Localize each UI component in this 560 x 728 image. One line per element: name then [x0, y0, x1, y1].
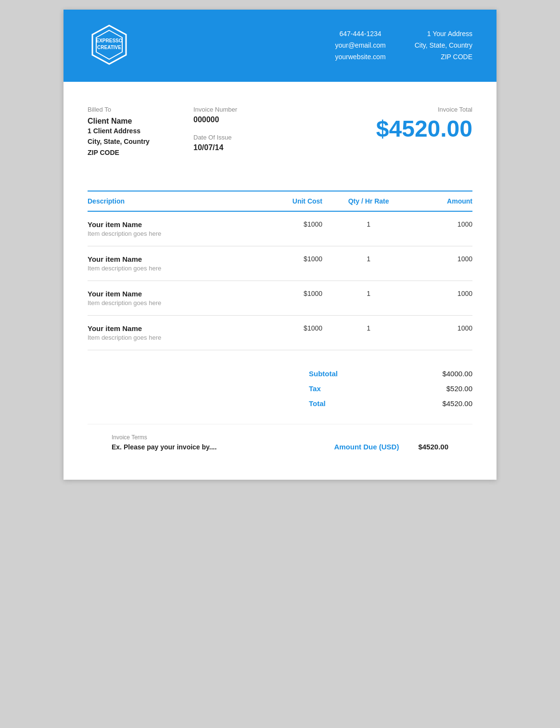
svg-text:EXPRESSO: EXPRESSO — [96, 38, 122, 43]
client-city: City, State, Country — [88, 136, 193, 147]
total-value: $4520.00 — [442, 399, 472, 408]
table-row: Your item Name Item description goes her… — [88, 281, 472, 316]
header-phone: 647-444-1234 — [335, 28, 385, 40]
invoice-date: 10/07/14 — [193, 143, 290, 152]
item-qty-1: 1 — [322, 246, 415, 281]
header-zip: ZIP CODE — [415, 51, 472, 63]
client-zip: ZIP CODE — [88, 147, 193, 158]
invoice-total-area: Invoice Total $4520.00 — [376, 106, 472, 142]
table-section: Description Unit Cost Qty / Hr Rate Amou… — [64, 191, 496, 350]
header-contact: 647-444-1234 your@email.com yourwebsite.… — [335, 28, 385, 63]
table-header: Description Unit Cost Qty / Hr Rate Amou… — [88, 191, 472, 211]
invoice-total-label: Invoice Total — [376, 106, 472, 113]
billed-to: Billed To Client Name 1 Client Address C… — [88, 106, 193, 158]
invoice-total-amount: $4520.00 — [376, 115, 472, 142]
invoice-terms: Invoice Terms Ex. Please pay your invoic… — [112, 434, 216, 451]
client-address: 1 Client Address City, State, Country ZI… — [88, 126, 193, 158]
invoice-header: EXPRESSO CREATIVE 647-444-1234 your@emai… — [64, 10, 496, 82]
item-cost-3: $1000 — [255, 316, 322, 350]
item-name-3: Your item Name — [88, 324, 255, 332]
invoice-table: Description Unit Cost Qty / Hr Rate Amou… — [88, 191, 472, 350]
tax-value: $520.00 — [446, 384, 472, 393]
col-qty: Qty / Hr Rate — [322, 191, 415, 211]
billed-to-label: Billed To — [88, 106, 193, 113]
billing-section: Billed To Client Name 1 Client Address C… — [64, 82, 496, 176]
invoice-meta: Invoice Number 000000 Date Of Issue 10/0… — [193, 106, 290, 162]
item-desc-0: Item description goes here — [88, 230, 255, 237]
table-body: Your item Name Item description goes her… — [88, 211, 472, 350]
item-amount-1: 1000 — [415, 246, 472, 281]
item-cost-0: $1000 — [255, 211, 322, 246]
col-amount: Amount — [415, 191, 472, 211]
terms-value: Ex. Please pay your invoice by.... — [112, 443, 216, 451]
svg-text:CREATIVE: CREATIVE — [97, 45, 121, 50]
table-row: Your item Name Item description goes her… — [88, 211, 472, 246]
header-website: yourwebsite.com — [335, 51, 385, 63]
item-amount-0: 1000 — [415, 211, 472, 246]
total-row: Total $4520.00 — [309, 399, 472, 408]
item-amount-2: 1000 — [415, 281, 472, 316]
col-description: Description — [88, 191, 255, 211]
table-row: Your item Name Item description goes her… — [88, 246, 472, 281]
date-label: Date Of Issue — [193, 134, 290, 141]
header-city: City, State, Country — [415, 40, 472, 51]
item-amount-3: 1000 — [415, 316, 472, 350]
total-label: Total — [309, 399, 326, 408]
col-unit-cost: Unit Cost — [255, 191, 322, 211]
item-name-0: Your item Name — [88, 220, 255, 229]
logo-icon: EXPRESSO CREATIVE — [88, 23, 131, 66]
logo-area: EXPRESSO CREATIVE — [88, 23, 131, 68]
item-cost-2: $1000 — [255, 281, 322, 316]
footer-section: Invoice Terms Ex. Please pay your invoic… — [88, 424, 472, 480]
item-desc-3: Item description goes here — [88, 334, 255, 341]
amount-due-value: $4520.00 — [418, 443, 448, 451]
header-address: 1 Your Address City, State, Country ZIP … — [415, 28, 472, 63]
item-desc-2: Item description goes here — [88, 299, 255, 307]
item-qty-0: 1 — [322, 211, 415, 246]
table-row: Your item Name Item description goes her… — [88, 316, 472, 350]
header-email: your@email.com — [335, 40, 385, 51]
invoice-number-label: Invoice Number — [193, 106, 290, 113]
item-cost-1: $1000 — [255, 246, 322, 281]
invoice-page: EXPRESSO CREATIVE 647-444-1234 your@emai… — [64, 10, 496, 480]
tax-label: Tax — [309, 384, 321, 393]
item-qty-3: 1 — [322, 316, 415, 350]
tax-row: Tax $520.00 — [309, 384, 472, 393]
invoice-number: 000000 — [193, 115, 290, 124]
amount-due-row: Amount Due (USD) $4520.00 — [334, 443, 448, 451]
item-name-2: Your item Name — [88, 290, 255, 298]
item-qty-2: 1 — [322, 281, 415, 316]
totals-section: Subtotal $4000.00 Tax $520.00 Total $452… — [64, 350, 496, 424]
client-name: Client Name — [88, 117, 193, 126]
item-name-1: Your item Name — [88, 255, 255, 263]
client-address-1: 1 Client Address — [88, 126, 193, 136]
totals-table: Subtotal $4000.00 Tax $520.00 Total $452… — [309, 370, 472, 414]
subtotal-row: Subtotal $4000.00 — [309, 370, 472, 378]
subtotal-label: Subtotal — [309, 370, 338, 378]
item-desc-1: Item description goes here — [88, 265, 255, 272]
terms-label: Invoice Terms — [112, 434, 216, 441]
subtotal-value: $4000.00 — [442, 370, 472, 378]
header-street: 1 Your Address — [415, 28, 472, 40]
amount-due-label: Amount Due (USD) — [334, 443, 399, 451]
